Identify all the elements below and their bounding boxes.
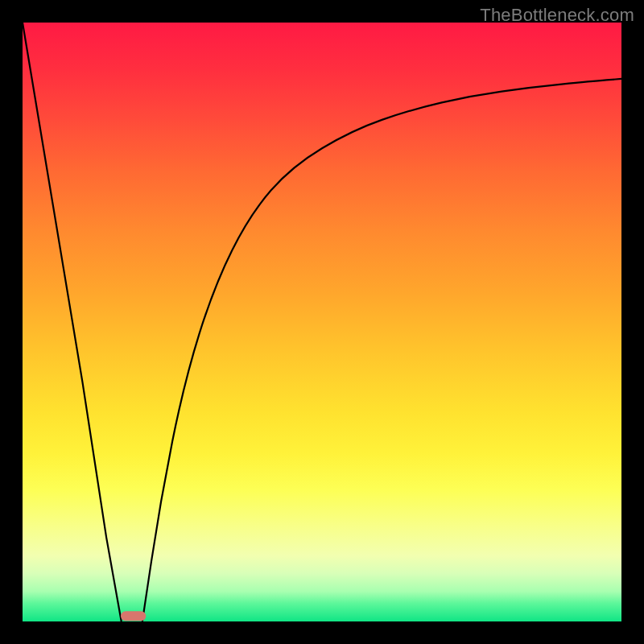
- plot-area: [23, 23, 621, 621]
- chart-frame: TheBottleneck.com: [0, 0, 644, 644]
- curve-right-branch: [142, 79, 621, 621]
- bottleneck-marker: [121, 611, 146, 621]
- curve-layer: [23, 23, 621, 621]
- curve-left-branch: [23, 23, 122, 621]
